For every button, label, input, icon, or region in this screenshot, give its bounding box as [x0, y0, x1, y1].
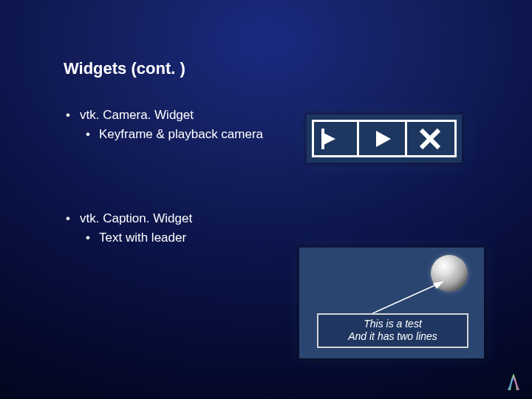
- bullet-item: vtk. Camera. Widget: [64, 107, 285, 123]
- bullet-item: vtk. Caption. Widget: [64, 211, 285, 227]
- bullet-subitem: Keyframe & playback camera: [64, 126, 285, 143]
- bullet-subitem: Text with leader: [64, 230, 285, 246]
- slide-title: Widgets (cont. ): [64, 59, 185, 78]
- bullet-sub-label: Text with leader: [99, 231, 186, 245]
- bullet-sub-label: Keyframe & playback camera: [99, 127, 263, 141]
- slide: Widgets (cont. ) vtk. Camera. Widget Key…: [0, 0, 532, 399]
- svg-marker-1: [433, 282, 443, 289]
- camera-widget-frame: [312, 120, 457, 157]
- caption-widget-illustration: This is a test And it has two lines: [299, 248, 484, 358]
- bullet-label: vtk. Camera. Widget: [80, 108, 194, 122]
- play-icon: [359, 122, 405, 155]
- caption-line-1: This is a test: [321, 318, 464, 330]
- bullet-label: vtk. Caption. Widget: [80, 211, 192, 225]
- close-icon: [407, 122, 453, 155]
- camera-widget-illustration: [307, 115, 462, 163]
- logo-icon: [505, 372, 522, 392]
- bullet-block-1: vtk. Camera. Widget Keyframe & playback …: [64, 107, 285, 146]
- caption-line-2: And it has two lines: [321, 330, 464, 343]
- bullet-block-2: vtk. Caption. Widget Text with leader: [64, 211, 285, 249]
- caption-box: This is a test And it has two lines: [317, 313, 468, 348]
- keyframe-flag-icon: [314, 122, 357, 155]
